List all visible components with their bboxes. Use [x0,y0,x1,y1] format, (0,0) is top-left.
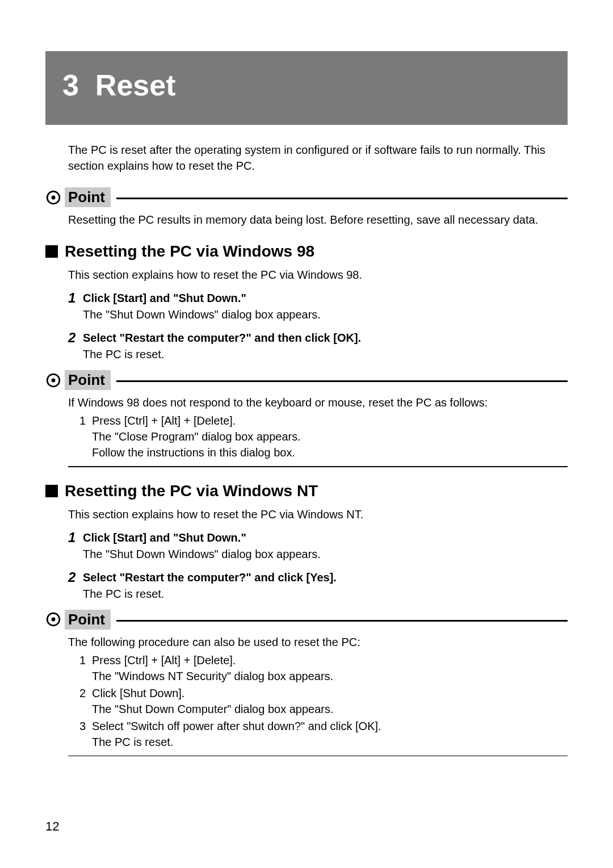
step-item: 2 Select "Restart the computer?" and cli… [68,570,568,602]
point-icon [45,611,61,627]
step-content: Select "Restart the computer?" and click… [83,570,568,602]
square-bullet-icon [45,245,58,258]
sub-line: The "Shut Down Computer" dialog box appe… [92,701,568,717]
step-desc: The "Shut Down Windows" dialog box appea… [83,307,568,322]
chapter-number: 3 [62,69,79,102]
point-label: Point [65,187,111,207]
sub-content: Press [Ctrl] + [Alt] + [Delete]. The "Cl… [92,413,568,460]
point-block-3: Point The following procedure can also b… [45,610,568,757]
point-label: Point [65,370,111,390]
sub-number: 1 [79,652,92,684]
section-intro: This section explains how to reset the P… [68,269,568,282]
sub-item: 1 Press [Ctrl] + [Alt] + [Delete]. The "… [79,413,568,460]
point-rule [116,620,568,622]
sub-item: 2 Click [Shut Down]. The "Shut Down Comp… [79,685,568,717]
step-desc: The PC is reset. [83,586,568,602]
point-header: Point [45,610,568,630]
sub-content: Select "Switch off power after shut down… [92,718,568,750]
point-icon [45,190,61,206]
point-lead: The following procedure can also be used… [68,634,568,650]
step-number: 2 [68,330,83,362]
chapter-header: 3 Reset [45,51,568,125]
chapter-title: 3 Reset [62,68,551,102]
step-title: Click [Start] and "Shut Down." [83,291,568,306]
step-item: 2 Select "Restart the computer?" and the… [68,330,568,362]
sub-line: Press [Ctrl] + [Alt] + [Delete]. [92,413,568,429]
step-number: 2 [68,570,83,602]
intro-paragraph: The PC is reset after the operating syst… [68,142,568,174]
sub-line: Select "Switch off power after shut down… [92,718,568,734]
step-item: 1 Click [Start] and "Shut Down." The "Sh… [68,291,568,322]
point-header: Point [45,187,568,207]
point-lead: If Windows 98 does not respond to the ke… [68,395,568,410]
svg-point-5 [52,618,56,622]
step-title: Click [Start] and "Shut Down." [83,530,568,546]
point-icon [45,372,61,388]
sub-item: 3 Select "Switch off power after shut do… [79,718,568,750]
sub-number: 3 [79,718,92,750]
section-title: Resetting the PC via Windows 98 [65,242,314,261]
sub-line: Click [Shut Down]. [92,685,568,701]
square-bullet-icon [45,485,58,497]
point-body: The following procedure can also be used… [68,634,568,750]
page-number: 12 [45,819,59,834]
section-heading-win98: Resetting the PC via Windows 98 [45,242,568,261]
section-intro: This section explains how to reset the P… [68,508,568,521]
point-header: Point [45,370,568,390]
sub-line: Press [Ctrl] + [Alt] + [Delete]. [92,652,568,668]
sub-item: 1 Press [Ctrl] + [Alt] + [Delete]. The "… [79,652,568,684]
sub-line: The PC is reset. [92,734,568,750]
step-content: Select "Restart the computer?" and then … [83,330,568,362]
point-close-rule [68,756,568,757]
step-title: Select "Restart the computer?" and then … [83,330,568,346]
step-desc: The "Shut Down Windows" dialog box appea… [83,547,568,562]
point-body: Resetting the PC results in memory data … [68,212,568,228]
step-number: 1 [68,291,83,322]
section-heading-winnt: Resetting the PC via Windows NT [45,482,568,500]
point-body: If Windows 98 does not respond to the ke… [68,395,568,460]
sub-line: The "Windows NT Security" dialog box app… [92,668,568,684]
sub-number: 2 [79,685,92,717]
sub-content: Click [Shut Down]. The "Shut Down Comput… [92,685,568,717]
sub-number: 1 [79,413,92,460]
point-block-1: Point Resetting the PC results in memory… [45,187,568,228]
section-title: Resetting the PC via Windows NT [65,482,318,500]
step-content: Click [Start] and "Shut Down." The "Shut… [83,530,568,562]
point-sublist: 1 Press [Ctrl] + [Alt] + [Delete]. The "… [79,413,568,460]
chapter-name: Reset [95,69,176,102]
point-rule [116,198,568,199]
step-title: Select "Restart the computer?" and click… [83,570,568,585]
step-content: Click [Start] and "Shut Down." The "Shut… [83,291,568,322]
sub-content: Press [Ctrl] + [Alt] + [Delete]. The "Wi… [92,652,568,684]
svg-point-1 [52,195,56,199]
point-close-rule [68,466,568,467]
sub-line: The "Close Program" dialog box appears. [92,429,568,445]
point-block-2: Point If Windows 98 does not respond to … [45,370,568,467]
point-sublist: 1 Press [Ctrl] + [Alt] + [Delete]. The "… [79,652,568,750]
sub-line: Follow the instructions in this dialog b… [92,445,568,460]
step-number: 1 [68,530,83,562]
step-item: 1 Click [Start] and "Shut Down." The "Sh… [68,530,568,562]
point-rule [116,380,568,382]
point-label: Point [65,610,111,630]
svg-point-3 [52,378,56,382]
step-desc: The PC is reset. [83,347,568,362]
